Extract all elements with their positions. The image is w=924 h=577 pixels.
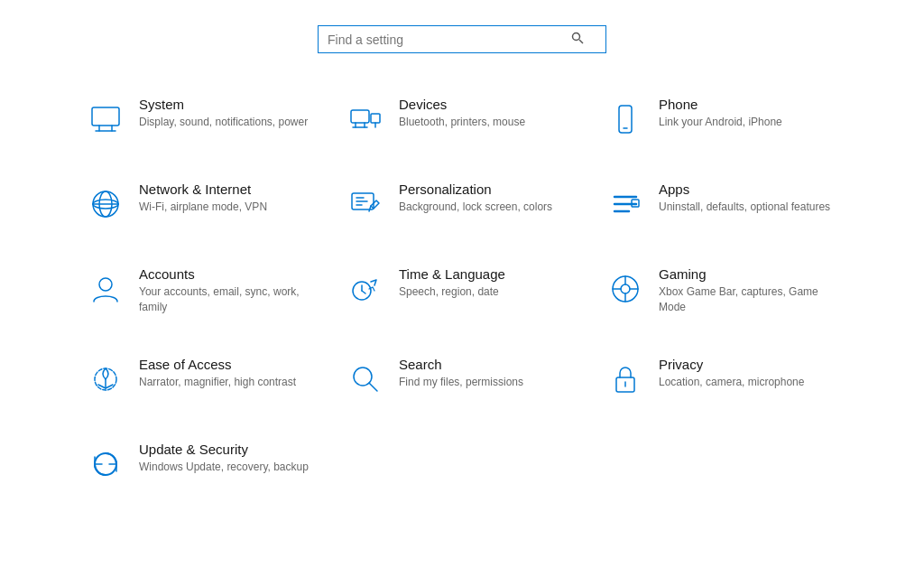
setting-text-system: System Display, sound, notifications, po… (139, 97, 308, 130)
setting-item-apps[interactable]: Apps Uninstall, defaults, optional featu… (592, 165, 852, 241)
update-icon (85, 443, 126, 485)
setting-desc-system: Display, sound, notifications, power (139, 115, 308, 130)
setting-desc-time: Speech, region, date (399, 284, 505, 300)
setting-item-ease[interactable]: Ease of Access Narrator, magnifier, high… (72, 340, 332, 416)
setting-desc-privacy: Location, camera, microphone (659, 375, 804, 390)
apps-icon (605, 183, 646, 225)
gaming-icon (605, 268, 646, 310)
svg-rect-2 (92, 107, 119, 126)
top-bar (0, 0, 924, 80)
search-box[interactable] (318, 25, 606, 53)
setting-text-phone: Phone Link your Android, iPhone (659, 97, 782, 130)
search-icon (571, 32, 584, 47)
setting-text-privacy: Privacy Location, camera, microphone (659, 357, 804, 390)
setting-title-personalization: Personalization (399, 181, 552, 197)
setting-item-phone[interactable]: Phone Link your Android, iPhone (592, 80, 852, 156)
setting-item-gaming[interactable]: Gaming Xbox Game Bar, captures, Game Mod… (592, 250, 852, 331)
svg-point-32 (621, 284, 630, 293)
setting-title-system: System (139, 97, 308, 112)
svg-line-1 (579, 40, 583, 43)
setting-item-privacy[interactable]: Privacy Location, camera, microphone (592, 340, 852, 416)
privacy-icon (605, 358, 646, 400)
network-icon (85, 183, 126, 225)
setting-item-devices[interactable]: Devices Bluetooth, printers, mouse (332, 80, 592, 156)
setting-item-update[interactable]: Update & Security Windows Update, recove… (72, 425, 332, 501)
setting-desc-ease: Narrator, magnifier, high contrast (139, 375, 296, 390)
settings-grid: System Display, sound, notifications, po… (0, 80, 924, 501)
setting-text-gaming: Gaming Xbox Game Bar, captures, Game Mod… (659, 266, 839, 315)
setting-text-time: Time & Language Speech, region, date (399, 266, 505, 300)
svg-point-0 (573, 33, 580, 41)
setting-text-network: Network & Internet Wi-Fi, airplane mode,… (139, 181, 267, 215)
setting-title-apps: Apps (659, 181, 830, 197)
setting-item-search[interactable]: Search Find my files, permissions (332, 340, 592, 416)
setting-desc-apps: Uninstall, defaults, optional features (659, 200, 830, 215)
setting-item-system[interactable]: System Display, sound, notifications, po… (72, 80, 332, 156)
setting-desc-gaming: Xbox Game Bar, captures, Game Mode (659, 284, 839, 315)
svg-line-22 (369, 206, 371, 211)
accounts-icon (85, 268, 126, 310)
setting-desc-update: Windows Update, recovery, backup (139, 460, 309, 475)
time-icon (345, 268, 386, 310)
setting-title-gaming: Gaming (659, 266, 839, 282)
phone-icon (605, 98, 646, 140)
setting-desc-network: Wi-Fi, airplane mode, VPN (139, 200, 267, 215)
setting-item-accounts[interactable]: Accounts Your accounts, email, sync, wor… (72, 250, 332, 331)
setting-text-ease: Ease of Access Narrator, magnifier, high… (139, 357, 296, 390)
setting-desc-phone: Link your Android, iPhone (659, 115, 782, 130)
setting-desc-accounts: Your accounts, email, sync, work, family (139, 284, 319, 315)
setting-title-network: Network & Internet (139, 181, 267, 197)
personalization-icon (345, 183, 386, 225)
setting-text-devices: Devices Bluetooth, printers, mouse (399, 97, 525, 130)
setting-title-phone: Phone (659, 97, 782, 112)
setting-title-privacy: Privacy (659, 357, 804, 372)
search-icon (345, 358, 386, 400)
svg-line-40 (369, 383, 377, 391)
setting-title-update: Update & Security (139, 442, 309, 457)
setting-title-accounts: Accounts (139, 266, 319, 282)
setting-item-time[interactable]: Time & Language Speech, region, date (332, 250, 592, 331)
setting-title-search: Search (399, 357, 523, 372)
setting-text-apps: Apps Uninstall, defaults, optional featu… (659, 181, 830, 215)
svg-point-27 (99, 278, 112, 291)
svg-line-30 (362, 291, 365, 293)
search-input[interactable] (328, 33, 571, 47)
svg-rect-7 (371, 114, 380, 123)
devices-icon (345, 98, 386, 140)
setting-title-devices: Devices (399, 97, 525, 112)
setting-title-time: Time & Language (399, 266, 505, 282)
setting-text-update: Update & Security Windows Update, recove… (139, 442, 309, 475)
setting-title-ease: Ease of Access (139, 357, 296, 372)
setting-item-network[interactable]: Network & Internet Wi-Fi, airplane mode,… (72, 165, 332, 241)
svg-rect-6 (351, 110, 369, 123)
setting-desc-devices: Bluetooth, printers, mouse (399, 115, 525, 130)
setting-text-accounts: Accounts Your accounts, email, sync, wor… (139, 266, 319, 315)
system-icon (85, 98, 126, 140)
setting-desc-personalization: Background, lock screen, colors (399, 200, 552, 215)
setting-desc-search: Find my files, permissions (399, 375, 523, 390)
setting-item-personalization[interactable]: Personalization Background, lock screen,… (332, 165, 592, 241)
setting-text-personalization: Personalization Background, lock screen,… (399, 181, 552, 215)
setting-text-search: Search Find my files, permissions (399, 357, 523, 390)
ease-icon (85, 358, 126, 400)
